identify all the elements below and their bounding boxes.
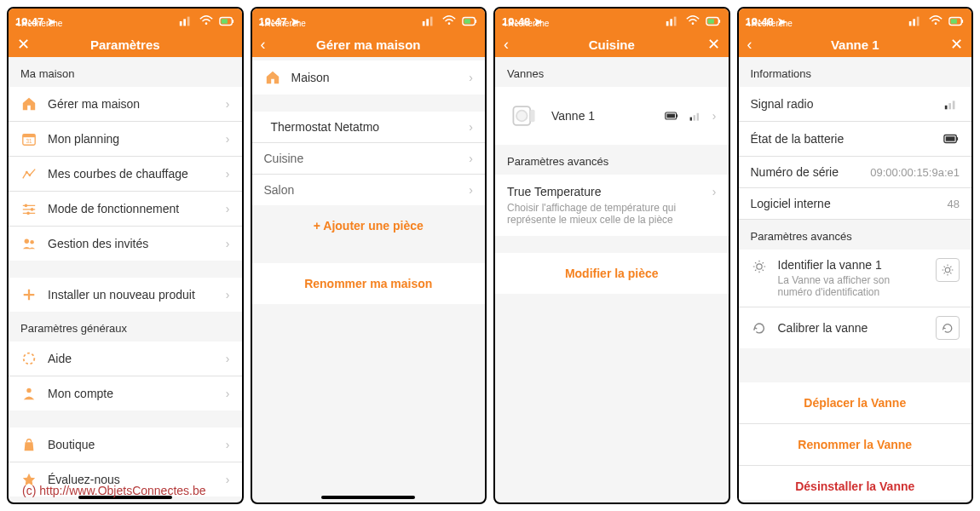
signal-small-icon: [689, 107, 702, 124]
identify-desc: La Vanne va afficher son numéro d'identi…: [778, 274, 926, 298]
chevron-right-icon: ›: [226, 237, 230, 250]
chevron-right-icon: ›: [469, 71, 473, 84]
item-house[interactable]: Maison›: [252, 60, 486, 95]
back-icon[interactable]: ‹: [747, 36, 752, 54]
chevron-right-icon: ›: [226, 288, 230, 301]
link-rename-valve[interactable]: Renommer la Vanne: [739, 424, 972, 466]
chevron-right-icon: ›: [226, 167, 230, 181]
close-icon[interactable]: ✕: [17, 35, 30, 54]
item-calibrate-valve[interactable]: Calibrer la vanne: [739, 307, 972, 348]
wifi-icon: [441, 13, 458, 30]
navbar: ‹ Vanne 1 ✕: [739, 32, 972, 57]
battery-icon: [943, 130, 960, 147]
ring-icon: [20, 350, 37, 367]
wifi-icon: [927, 13, 944, 30]
graph-icon: [20, 165, 37, 182]
plus-icon: [20, 286, 37, 303]
row-battery: État de la batterie: [739, 122, 972, 157]
bag-icon: [20, 436, 37, 453]
screen-room-kitchen: 19:48➤ ◂Recherche ‹ Cuisine ✕ Vannes Van…: [493, 7, 730, 504]
item-thermostat[interactable]: Thermostat Netatmo›: [252, 112, 486, 143]
link-add-room[interactable]: + Ajouter une pièce: [252, 205, 486, 246]
row-signal: Signal radio: [739, 87, 972, 122]
cell-icon: [420, 13, 437, 30]
chevron-right-icon: ›: [469, 120, 473, 134]
item-heating-curves[interactable]: Mes courbes de chauffage›: [9, 157, 242, 192]
item-valve-1[interactable]: Vanne 1 ›: [495, 87, 729, 145]
battery-small-icon: [665, 107, 678, 124]
chevron-right-icon: ›: [226, 97, 230, 111]
item-account[interactable]: Mon compte›: [9, 376, 242, 411]
link-modify-room[interactable]: Modifier la pièce: [495, 253, 729, 294]
item-true-temperature[interactable]: True Temperature Choisir l'affichage de …: [495, 175, 729, 236]
page-title: Gérer ma maison: [316, 37, 421, 52]
navbar: ✕ Paramètres: [9, 32, 242, 57]
item-store[interactable]: Boutique›: [9, 428, 242, 462]
item-identify-valve[interactable]: Identifier la vanne 1 La Vanne va affich…: [739, 250, 972, 307]
item-help[interactable]: Aide›: [9, 342, 242, 376]
close-icon[interactable]: ✕: [950, 35, 963, 54]
valve-icon: [507, 99, 541, 133]
section-info: Informations: [739, 57, 972, 87]
house-icon: [20, 95, 37, 112]
fw-value: 48: [948, 198, 960, 210]
screen-valve-1: 19:48➤ ◂Recherche ‹ Vanne 1 ✕ Informatio…: [737, 7, 974, 504]
cycle-icon: [751, 319, 768, 336]
identify-label: Identifier la vanne 1: [778, 258, 926, 272]
watermark: (c) http://www.ObjetsConnectes.be: [22, 484, 206, 497]
house-icon: [264, 69, 281, 86]
item-planning[interactable]: Mon planning›: [9, 122, 242, 157]
true-temp-label: True Temperature: [507, 185, 702, 198]
row-firmware: Logiciel interne48: [739, 188, 972, 220]
battery-icon: [948, 13, 965, 30]
calibrate-button[interactable]: [936, 316, 960, 340]
item-install-product[interactable]: Installer un nouveau produit›: [9, 278, 242, 312]
row-serial: Numéro de série09:00:00:15:9a:e1: [739, 157, 972, 188]
back-icon[interactable]: ‹: [504, 36, 509, 54]
link-move-valve[interactable]: Déplacer la Vanne: [739, 382, 972, 424]
signal-icon: [943, 95, 960, 112]
true-temp-desc: Choisir l'affichage de température qui r…: [507, 202, 702, 226]
section-advanced: Paramètres avancés: [739, 220, 972, 250]
item-manage-home[interactable]: Gérer ma maison›: [9, 87, 242, 122]
page-title: Paramètres: [90, 37, 160, 52]
home-bar[interactable]: [321, 496, 415, 499]
chevron-right-icon: ›: [226, 438, 230, 451]
chevron-right-icon: ›: [712, 185, 717, 198]
wifi-icon: [198, 13, 215, 30]
page-title: Vanne 1: [831, 37, 879, 52]
battery-icon: [705, 13, 722, 30]
navbar: ‹ Gérer ma maison: [252, 32, 486, 57]
chevron-right-icon: ›: [469, 152, 473, 165]
item-room-kitchen[interactable]: Cuisine›: [252, 143, 486, 175]
chevron-right-icon: ›: [226, 202, 230, 215]
users-icon: [20, 235, 37, 252]
section-valves: Vannes: [495, 57, 729, 87]
sliders-icon: [20, 200, 37, 217]
item-room-salon[interactable]: Salon›: [252, 175, 486, 205]
section-my-home: Ma maison: [9, 57, 242, 87]
item-guests[interactable]: Gestion des invités›: [9, 227, 242, 261]
cell-icon: [177, 13, 194, 30]
close-icon[interactable]: ✕: [707, 35, 720, 54]
serial-value: 09:00:00:15:9a:e1: [870, 166, 960, 179]
chevron-right-icon: ›: [226, 473, 230, 486]
navbar: ‹ Cuisine ✕: [495, 32, 729, 57]
cell-icon: [664, 13, 681, 30]
battery-icon: [218, 13, 235, 30]
chevron-right-icon: ›: [226, 132, 230, 146]
bulb-icon: [751, 258, 768, 275]
battery-icon: [461, 13, 478, 30]
back-icon[interactable]: ‹: [261, 36, 266, 54]
section-advanced: Paramètres avancés: [495, 145, 729, 175]
page-title: Cuisine: [589, 37, 635, 52]
identify-button[interactable]: [936, 258, 960, 282]
link-rename-home[interactable]: Renommer ma maison: [252, 263, 486, 304]
item-operating-mode[interactable]: Mode de fonctionnement›: [9, 192, 242, 227]
calendar-icon: [20, 130, 37, 147]
screen-manage-home: 19:47➤ ◂Recherche ‹ Gérer ma maison Mais…: [251, 7, 487, 504]
chevron-right-icon: ›: [712, 109, 717, 123]
link-uninstall-valve[interactable]: Désinstaller la Vanne: [739, 466, 972, 500]
person-icon: [20, 385, 37, 402]
screen-parametres: 19:47➤ ◂Recherche ✕ Paramètres Ma maison…: [7, 7, 244, 504]
